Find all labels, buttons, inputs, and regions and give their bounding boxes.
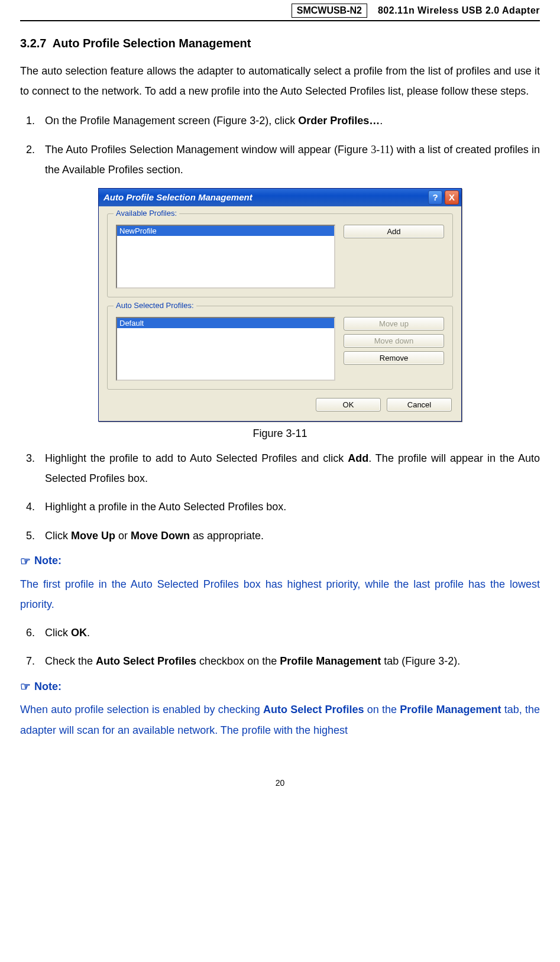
group-selected-profiles: Auto Selected Profiles: Default Move up … (107, 306, 453, 390)
section-title-text: Auto Profile Selection Management (53, 37, 251, 50)
steps-list-2: Highlight the profile to add to Auto Sel… (20, 448, 540, 546)
list-item[interactable]: NewProfile (117, 226, 334, 236)
step-4: Highlight a profile in the Auto Selected… (38, 497, 540, 517)
intro-paragraph: The auto selection feature allows the ad… (20, 61, 540, 101)
listbox-selected[interactable]: Default (116, 317, 335, 381)
move-up-button[interactable]: Move up (344, 317, 444, 331)
note-label: Note: (34, 681, 61, 693)
move-down-button[interactable]: Move down (344, 334, 444, 348)
pointing-hand-icon: ☞ (20, 554, 31, 568)
list-item[interactable]: Default (117, 318, 334, 328)
figure-container: Auto Profile Selection Management ? X Av… (20, 188, 540, 440)
pointing-hand-icon: ☞ (20, 679, 31, 694)
step-5: Click Move Up or Move Down as appropriat… (38, 526, 540, 546)
note-body-1: The first profile in the Auto Selected P… (20, 574, 540, 614)
page-header: SMCWUSB-N2 802.11n Wireless USB 2.0 Adap… (20, 0, 540, 21)
step-2: The Auto Profiles Selection Management w… (38, 140, 540, 180)
section-heading: 3.2.7 Auto Profile Selection Management (20, 37, 540, 50)
note-heading-1: ☞ Note: (20, 554, 540, 568)
page-number: 20 (20, 778, 540, 788)
steps-list-3: Click OK. Check the Auto Select Profiles… (20, 623, 540, 671)
close-button[interactable]: X (445, 190, 459, 205)
model-label: SMCWUSB-N2 (292, 4, 367, 18)
figure-caption: Figure 3-11 (253, 427, 307, 440)
note-label: Note: (34, 555, 61, 567)
step-6: Click OK. (38, 623, 540, 643)
note-body-2: When auto profile selection is enabled b… (20, 699, 540, 740)
dialog-footer: OK Cancel (107, 398, 453, 413)
steps-list-1: On the Profile Management screen (Figure… (20, 111, 540, 180)
add-button[interactable]: Add (344, 225, 444, 238)
remove-button[interactable]: Remove (344, 351, 444, 365)
group-selected-title: Auto Selected Profiles: (114, 301, 196, 310)
section-number: 3.2.7 (20, 37, 46, 50)
product-name: 802.11n Wireless USB 2.0 Adapter (378, 5, 540, 16)
dialog-auto-profile: Auto Profile Selection Management ? X Av… (98, 188, 462, 422)
listbox-available[interactable]: NewProfile (116, 225, 335, 289)
dialog-titlebar[interactable]: Auto Profile Selection Management ? X (99, 189, 461, 206)
step-1: On the Profile Management screen (Figure… (38, 111, 540, 131)
group-available-profiles: Available Profiles: NewProfile Add (107, 213, 453, 297)
cancel-button[interactable]: Cancel (387, 398, 452, 412)
dialog-title: Auto Profile Selection Management (103, 192, 426, 202)
step-3: Highlight the profile to add to Auto Sel… (38, 448, 540, 488)
group-available-title: Available Profiles: (114, 209, 179, 218)
help-button[interactable]: ? (428, 190, 442, 205)
step-7: Check the Auto Select Profiles checkbox … (38, 651, 540, 671)
ok-button[interactable]: OK (316, 398, 381, 412)
note-heading-2: ☞ Note: (20, 679, 540, 694)
